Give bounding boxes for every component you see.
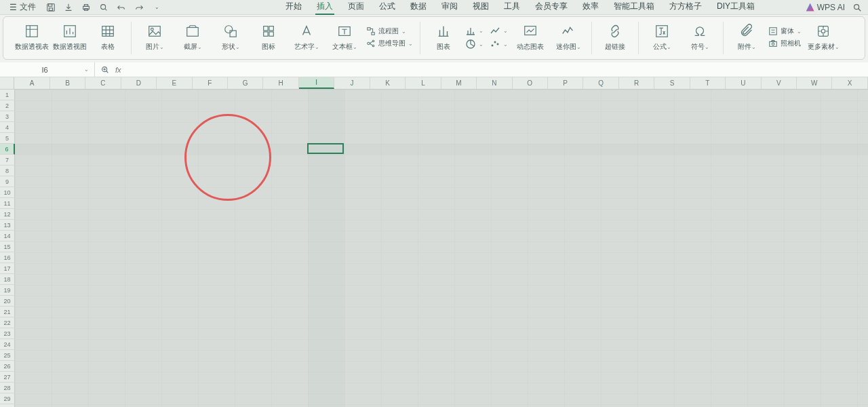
col-header[interactable]: R [619,77,654,89]
fx-label[interactable]: fx [115,66,121,74]
row-header[interactable]: 3 [0,111,15,122]
col-header[interactable]: N [477,77,512,89]
picture-button[interactable]: 图片⌄ [138,18,171,56]
col-header[interactable]: A [14,77,50,89]
row-header[interactable]: 11 [0,198,15,209]
scatter-chart-button[interactable]: ⌄ [490,38,509,50]
col-header[interactable]: K [370,77,406,89]
col-header[interactable]: X [832,77,867,89]
menu-tab-9[interactable]: 效率 [581,0,600,15]
attachment-button[interactable]: 附件⌄ [730,18,763,56]
select-all-corner[interactable] [0,77,14,89]
row-header[interactable]: 27 [0,372,15,383]
row-header[interactable]: 16 [0,252,15,263]
formula-button[interactable]: 公式⌄ [646,18,678,56]
table-button[interactable]: 表格 [92,18,124,56]
icon-button[interactable]: 图标 [252,18,285,56]
row-header[interactable]: 13 [0,220,15,231]
redo-icon[interactable] [134,2,144,13]
row-header[interactable]: 6 [0,144,15,155]
col-header[interactable]: T [690,77,726,89]
col-header[interactable]: V [762,77,797,89]
print-icon[interactable] [81,2,92,13]
menu-tab-6[interactable]: 视图 [471,0,490,15]
shape-button[interactable]: 形状⌄ [214,18,247,56]
col-header[interactable]: C [85,77,121,89]
col-header[interactable]: S [654,77,690,89]
wps-ai-button[interactable]: WPS AI [806,3,845,12]
more-materials-button[interactable]: 更多素材⌄ [807,18,840,56]
spreadsheet-grid[interactable]: ABCDEFGHIJKLMNOPQRSTUVWX 123456789101112… [0,77,868,407]
column-chart-button[interactable]: ⌄ [465,24,484,37]
form-button[interactable]: 窗体⌄ [768,26,802,37]
row-header[interactable]: 19 [0,285,15,296]
sparkline-button[interactable]: 迷你图⌄ [552,18,585,56]
row-header[interactable]: 12 [0,209,15,220]
menu-tab-12[interactable]: DIY工具箱 [715,0,756,15]
row-header[interactable]: 22 [0,317,15,328]
mindmap-button[interactable]: 思维导图⌄ [366,38,413,49]
menu-tab-11[interactable]: 方方格子 [668,0,703,15]
row-header[interactable]: 1 [0,90,15,100]
pivot-table-button[interactable]: 数据透视表 [16,18,48,56]
row-header[interactable]: 5 [0,133,15,144]
row-header[interactable]: 30 [0,404,15,407]
dynamic-chart-button[interactable]: 动态图表 [514,18,547,56]
pie-chart-button[interactable]: ⌄ [465,38,484,50]
row-header[interactable]: 23 [0,328,15,339]
search-icon[interactable] [852,2,863,13]
row-header[interactable]: 7 [0,155,15,166]
col-header[interactable]: F [193,77,228,89]
camera-button[interactable]: 照相机 [768,38,802,49]
qat-more-icon[interactable]: ⌄ [151,2,162,13]
row-header[interactable]: 8 [0,166,15,176]
col-header[interactable]: H [263,77,298,89]
row-header[interactable]: 18 [0,274,15,285]
textbox-button[interactable]: 文本框⌄ [328,18,361,56]
export-icon[interactable] [63,2,74,13]
save-icon[interactable] [45,2,56,13]
col-header[interactable]: J [334,77,370,89]
menu-tab-0[interactable]: 开始 [284,0,303,15]
pivot-view-button[interactable]: 数据透视图 [54,18,86,56]
col-header[interactable]: D [121,77,157,89]
col-header[interactable]: P [548,77,583,89]
chart-button[interactable]: 图表 [427,18,460,56]
screenshot-button[interactable]: 截屏⌄ [176,18,209,56]
file-menu-button[interactable]: ☰ 文件 [5,1,40,13]
row-header[interactable]: 29 [0,393,15,404]
col-header[interactable]: W [797,77,832,89]
row-header[interactable]: 15 [0,241,15,252]
col-header[interactable]: B [50,77,85,89]
menu-tab-4[interactable]: 数据 [409,0,428,15]
row-header[interactable]: 9 [0,176,15,187]
col-header[interactable]: L [406,77,441,89]
col-header[interactable]: G [228,77,263,89]
undo-icon[interactable] [116,2,127,13]
col-header[interactable]: Q [583,77,618,89]
row-header[interactable]: 10 [0,187,15,198]
row-header[interactable]: 20 [0,296,15,307]
row-header[interactable]: 21 [0,307,15,317]
row-header[interactable]: 28 [0,383,15,393]
menu-tab-7[interactable]: 工具 [502,0,521,15]
col-header[interactable]: E [157,77,192,89]
wordart-button[interactable]: 艺术字⌄ [290,18,323,56]
col-header[interactable]: I [299,77,334,89]
row-header[interactable]: 4 [0,122,15,133]
row-header[interactable]: 25 [0,350,15,361]
row-header[interactable]: 26 [0,361,15,372]
name-box[interactable]: I6 ⌄ [0,62,95,77]
row-header[interactable]: 17 [0,263,15,274]
col-header[interactable]: M [441,77,477,89]
line-chart-button[interactable]: ⌄ [490,24,509,37]
menu-tab-8[interactable]: 会员专享 [534,0,569,15]
print-preview-icon[interactable] [98,2,109,13]
symbol-button[interactable]: 符号⌄ [684,18,716,56]
row-header[interactable]: 24 [0,339,15,350]
menu-tab-1[interactable]: 插入 [315,0,334,15]
col-header[interactable]: O [513,77,548,89]
menu-tab-5[interactable]: 审阅 [440,0,459,15]
zoom-icon[interactable] [100,65,110,75]
hyperlink-button[interactable]: 超链接 [599,18,631,56]
